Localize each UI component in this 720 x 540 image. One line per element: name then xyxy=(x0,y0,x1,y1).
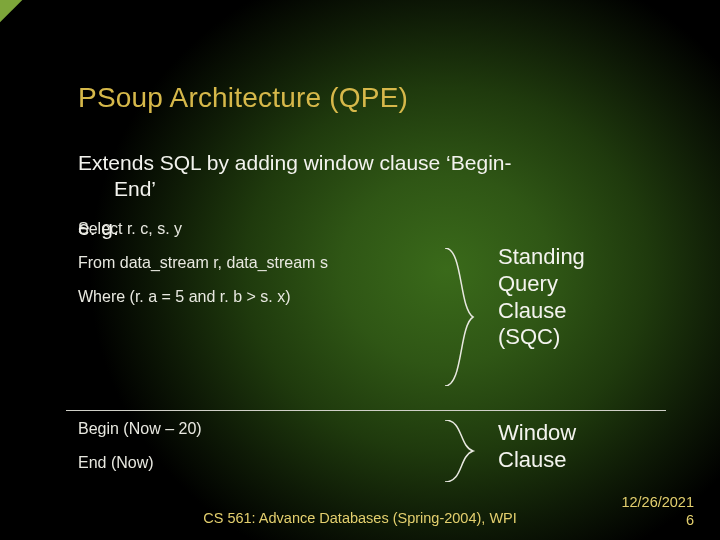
sqc-line-4: (SQC) xyxy=(498,324,668,351)
query-block: Select r. c, s. y From data_stream r, da… xyxy=(78,220,428,322)
query-select: Select r. c, s. y xyxy=(78,220,428,238)
wc-line-2: Clause xyxy=(498,447,668,474)
sqc-line-2: Query xyxy=(498,271,668,298)
wc-line-1: Window xyxy=(498,420,668,447)
window-clause-label: Window Clause xyxy=(498,420,668,474)
sqc-line-3: Clause xyxy=(498,298,668,325)
intro-line-2: End’ xyxy=(78,177,156,200)
slide-date: 12/26/2021 xyxy=(621,494,694,510)
query-begin: Begin (Now – 20) xyxy=(78,420,428,438)
query-end: End (Now) xyxy=(78,454,428,472)
divider-line xyxy=(66,410,666,411)
brace-window-icon xyxy=(443,420,491,482)
query-where: Where (r. a = 5 and r. b > s. x) xyxy=(78,288,428,306)
slide-title: PSoup Architecture (QPE) xyxy=(78,82,408,114)
sqc-line-1: Standing xyxy=(498,244,668,271)
corner-accent xyxy=(0,0,36,36)
window-block: Begin (Now – 20) End (Now) xyxy=(78,420,428,488)
slide: PSoup Architecture (QPE) Extends SQL by … xyxy=(0,0,720,540)
sqc-label: Standing Query Clause (SQC) xyxy=(498,244,668,351)
slide-footer: CS 561: Advance Databases (Spring-2004),… xyxy=(0,510,720,526)
intro-text: Extends SQL by adding window clause ‘Beg… xyxy=(78,150,658,201)
query-from: From data_stream r, data_stream s xyxy=(78,254,428,272)
brace-sqc-icon xyxy=(443,248,491,386)
intro-line-1: Extends SQL by adding window clause ‘Beg… xyxy=(78,151,511,174)
